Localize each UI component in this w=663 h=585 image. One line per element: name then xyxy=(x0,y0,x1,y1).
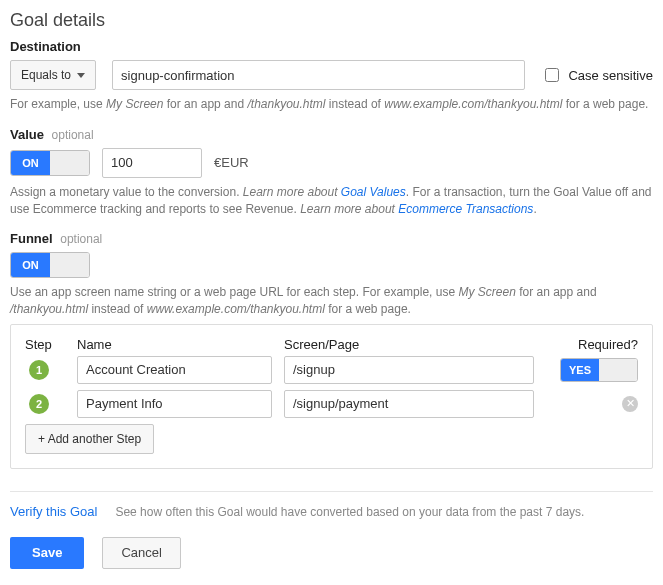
step-required-yes: YES xyxy=(561,359,599,381)
value-help: Assign a monetary value to the conversio… xyxy=(10,184,653,218)
case-sensitive-label: Case sensitive xyxy=(568,68,653,83)
step-name-input-2[interactable] xyxy=(77,390,272,418)
divider xyxy=(10,491,653,492)
step-page-input-2[interactable] xyxy=(284,390,534,418)
funnel-toggle[interactable]: ON xyxy=(10,252,90,278)
cancel-button[interactable]: Cancel xyxy=(102,537,180,569)
add-step-button[interactable]: + Add another Step xyxy=(25,424,154,454)
page-title: Goal details xyxy=(10,10,653,31)
destination-label: Destination xyxy=(10,39,653,54)
col-header-step: Step xyxy=(25,337,65,352)
value-label: Value xyxy=(10,127,44,142)
funnel-toggle-off xyxy=(50,253,89,277)
chevron-down-icon xyxy=(77,73,85,78)
step-number-2: 2 xyxy=(29,394,49,414)
step-required-toggle-1[interactable]: YES xyxy=(560,358,638,382)
step-name-input-1[interactable] xyxy=(77,356,272,384)
match-type-value: Equals to xyxy=(21,68,71,82)
value-toggle-on: ON xyxy=(11,151,50,175)
value-toggle-off xyxy=(50,151,89,175)
value-currency: €EUR xyxy=(214,155,249,170)
match-type-dropdown[interactable]: Equals to xyxy=(10,60,96,90)
ecommerce-transactions-link[interactable]: Ecommerce Transactions xyxy=(398,202,533,216)
destination-help: For example, use My Screen for an app an… xyxy=(10,96,653,113)
save-button[interactable]: Save xyxy=(10,537,84,569)
funnel-label: Funnel xyxy=(10,231,53,246)
value-amount-input[interactable] xyxy=(102,148,202,178)
funnel-step-row: 2 ✕ xyxy=(25,390,638,418)
goal-values-link[interactable]: Goal Values xyxy=(341,185,406,199)
funnel-optional: optional xyxy=(60,232,102,246)
destination-input[interactable] xyxy=(112,60,525,90)
funnel-step-row: 1 YES xyxy=(25,356,638,384)
case-sensitive-checkbox[interactable]: Case sensitive xyxy=(541,65,653,85)
col-header-page: Screen/Page xyxy=(284,337,534,352)
funnel-toggle-on: ON xyxy=(11,253,50,277)
col-header-required: Required? xyxy=(556,337,638,352)
value-optional: optional xyxy=(52,128,94,142)
funnel-box: Step Name Screen/Page Required? 1 YES 2 … xyxy=(10,324,653,469)
case-sensitive-box[interactable] xyxy=(545,68,559,82)
col-header-name: Name xyxy=(77,337,272,352)
step-page-input-1[interactable] xyxy=(284,356,534,384)
step-number-1: 1 xyxy=(29,360,49,380)
verify-help: See how often this Goal would have conve… xyxy=(115,505,584,519)
verify-goal-link[interactable]: Verify this Goal xyxy=(10,504,97,519)
value-toggle[interactable]: ON xyxy=(10,150,90,176)
funnel-help: Use an app screen name string or a web p… xyxy=(10,284,653,318)
remove-step-icon[interactable]: ✕ xyxy=(622,396,638,412)
